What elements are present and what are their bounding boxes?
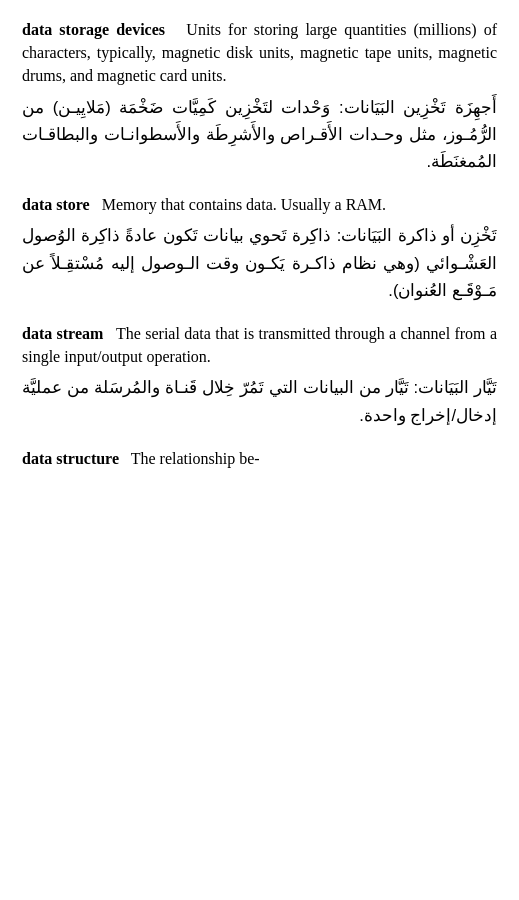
definition-ar-data-storage-devices: أَجهِزَة تَخْزِين البَيَانات: وَحْدات لت… <box>22 94 497 176</box>
entry-text-data-storage-devices: data storage devices Units for storing l… <box>22 18 497 88</box>
term-data-structure: data structure <box>22 450 119 467</box>
entry-data-store: data store Memory that contains data. Us… <box>22 193 497 304</box>
entry-text-data-structure: data structure The relationship be- <box>22 447 497 470</box>
entry-data-stream: data stream The serial data that is tran… <box>22 322 497 429</box>
entry-data-storage-devices: data storage devices Units for storing l… <box>22 18 497 175</box>
term-data-store: data store <box>22 196 90 213</box>
definition-ar-data-store: تَخْزِن أو ذاكرة البَيَانات: ذاكِرة تَحو… <box>22 222 497 304</box>
entry-text-data-store: data store Memory that contains data. Us… <box>22 193 497 216</box>
entry-data-structure: data structure The relationship be- <box>22 447 497 470</box>
term-data-stream: data stream <box>22 325 103 342</box>
term-data-storage-devices: data storage devices <box>22 21 165 38</box>
entry-text-data-stream: data stream The serial data that is tran… <box>22 322 497 368</box>
definition-en-data-store: Memory that contains data. Usually a RAM… <box>94 196 386 213</box>
definition-en-data-structure: The relationship be- <box>123 450 260 467</box>
definition-ar-data-stream: تَيَّار البَيَانات: تَيَّار من البيانات … <box>22 374 497 428</box>
